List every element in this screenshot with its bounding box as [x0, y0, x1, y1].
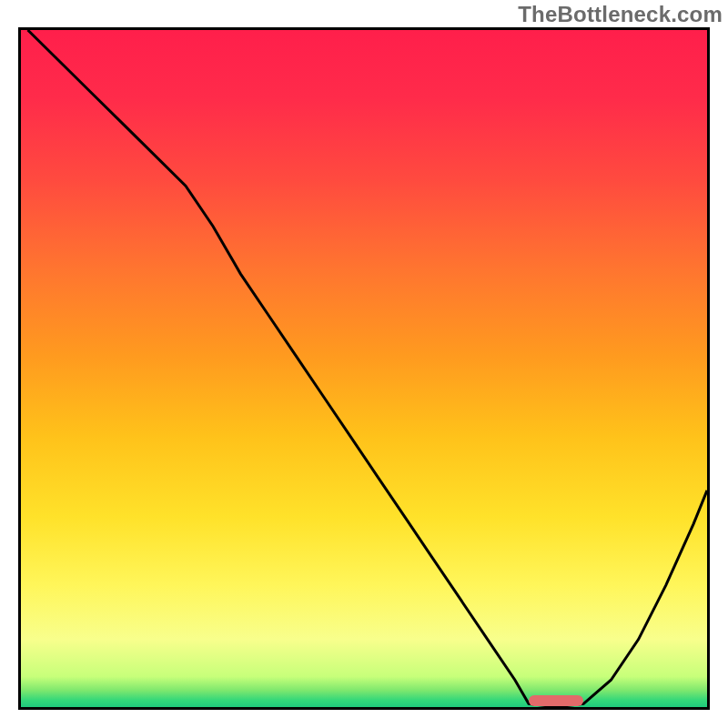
watermark-text: TheBottleneck.com [518, 2, 723, 27]
bottleneck-curve-path [28, 30, 707, 707]
chart-plot-area [18, 27, 710, 710]
optimal-range-marker [529, 695, 583, 706]
chart-curve-layer [21, 30, 707, 707]
